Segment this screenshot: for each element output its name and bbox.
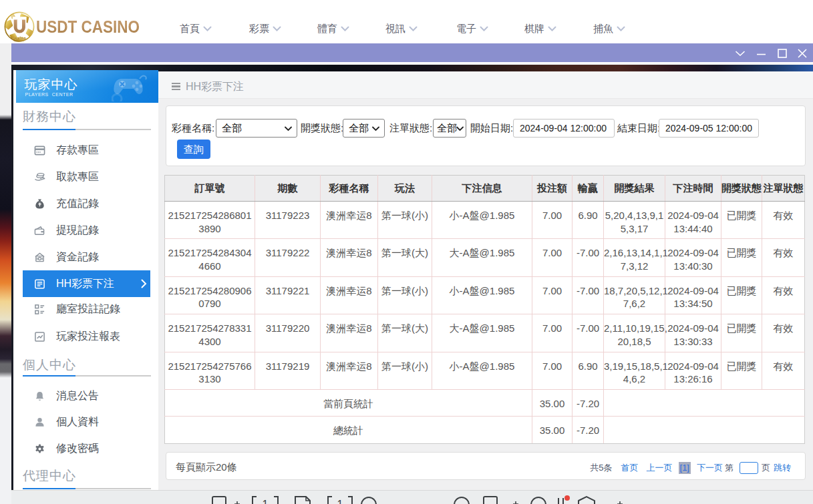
svg-text:1: 1 [263,499,269,504]
svg-text:casino: casino [13,36,26,40]
svg-text:1: 1 [337,499,343,504]
